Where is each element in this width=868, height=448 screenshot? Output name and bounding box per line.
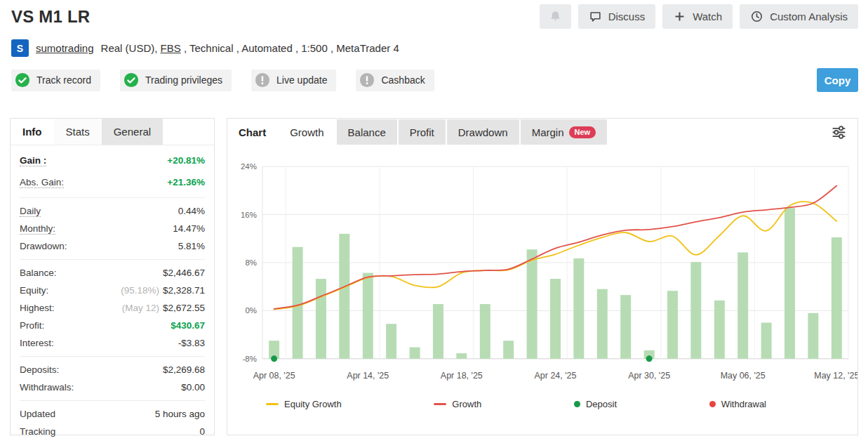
x-tick-label: May 12, '25 (814, 371, 857, 381)
status-chip-live-update: Live update (251, 70, 336, 91)
legend-swatch-withdrawal (709, 401, 716, 407)
account-meta-prefix: Real (USD), (101, 42, 161, 54)
plus-icon (673, 10, 686, 23)
info-label-gain[interactable]: Gain : (20, 155, 46, 166)
info-label-drawdown: Drawdown: (20, 241, 67, 251)
page-header: VS M1 LR Discuss Watch Custom Analysis (0, 0, 868, 92)
chart-tab-growth[interactable]: Growth (279, 119, 335, 145)
info-row-group: Deposits:$2,269.68Withdrawals:$0.00 (20, 357, 205, 401)
chart-tabs-row: ChartGrowthBalanceProfitDrawdownMarginNe… (227, 119, 857, 145)
tab-stats[interactable]: Stats (54, 119, 102, 145)
bar-apr-09 (293, 247, 303, 359)
info-value-highest: (May 12)$2,672.55 (122, 303, 205, 313)
chart-legend: Equity GrowthGrowthDepositWithdrawal (227, 388, 857, 419)
legend-item-deposit: Deposit (574, 399, 617, 409)
info-row-highest: Highest:(May 12)$2,672.55 (20, 299, 205, 317)
info-row-tracking: Tracking0 (20, 423, 205, 440)
chart-tab-label: Growth (290, 126, 323, 138)
copy-button[interactable]: Copy (817, 68, 858, 92)
x-axis-labels: Apr 08, '25Apr 14, '25Apr 18, '25Apr 24,… (253, 371, 857, 381)
chart-tab-label: Drawdown (458, 126, 508, 138)
y-tick-label: -8% (243, 355, 257, 363)
info-value-interest: -$3.83 (178, 338, 205, 348)
username-link[interactable]: sumotrading (36, 42, 94, 54)
watch-button[interactable]: Watch (662, 4, 733, 29)
info-row-group: Balance:$2,446.67Equity:(95.18%)$2,328.7… (20, 260, 205, 357)
bar-apr-24 (550, 279, 561, 359)
bar-apr-22 (503, 341, 514, 359)
info-value-balance: $2,446.67 (163, 268, 205, 278)
bar-apr-10 (316, 279, 326, 359)
account-meta: Real (USD), FBS , Technical , Automated … (101, 42, 399, 54)
info-value-daily: 0.44% (178, 206, 205, 216)
check-circle-icon (15, 72, 30, 88)
info-row-abs-gain: Abs. Gain:+21.36% (20, 171, 205, 193)
y-tick-label: 0% (245, 306, 257, 315)
speech-bubble-icon (589, 10, 602, 23)
chart-tab-label: Margin (532, 126, 564, 138)
y-axis-labels: 24%16%8%0%-8% (241, 162, 257, 363)
sliders-icon (830, 124, 848, 141)
discuss-label: Discuss (608, 11, 646, 22)
notifications-bell-button[interactable] (540, 4, 571, 29)
info-value-equity: (95.18%)$2,328.71 (121, 285, 205, 296)
legend-item-withdrawal: Withdrawal (709, 399, 766, 409)
info-row-interest: Interest:-$3.83 (20, 334, 205, 352)
info-label-tracking: Tracking (20, 426, 55, 437)
chart-tab-label: Chart (239, 126, 266, 138)
bar-apr-28 (597, 289, 608, 359)
custom-analysis-button[interactable]: Custom Analysis (740, 4, 858, 29)
status-chip-trading-privileges: Trading privileges (120, 70, 232, 91)
bar-may-08 (784, 208, 795, 359)
account-summary-row: S sumotrading Real (USD), FBS , Technica… (11, 39, 858, 57)
chart-tab-label: Profit (410, 126, 434, 138)
watch-label: Watch (693, 11, 722, 22)
info-label-deposits: Deposits: (20, 364, 59, 375)
x-tick-label: Apr 14, '25 (347, 371, 389, 381)
legend-label: Equity Growth (284, 399, 342, 409)
info-row-gain: Gain :+20.81% (20, 150, 205, 171)
info-label-monthly[interactable]: Monthly: (20, 223, 55, 235)
x-tick-label: Apr 30, '25 (628, 371, 670, 381)
y-tick-label: 24% (241, 162, 257, 171)
bar-may-12 (832, 237, 842, 359)
broker-avatar-badge: S (11, 39, 29, 57)
info-label-daily[interactable]: Daily (20, 206, 41, 217)
status-chip-label: Cashback (381, 74, 425, 86)
custom-analysis-label: Custom Analysis (770, 11, 848, 22)
info-row-group: Daily0.44%Monthly:14.47%Drawdown:5.81% (20, 198, 205, 260)
tab-general[interactable]: General (102, 119, 163, 145)
info-value-muted: (May 12) (122, 303, 159, 313)
info-row-drawdown: Drawdown:5.81% (20, 237, 205, 255)
info-value-withdrawals: $0.00 (181, 382, 205, 393)
info-row-profit: Profit:$430.67 (20, 317, 205, 334)
status-chip-cashback: Cashback (356, 70, 434, 91)
bar-apr-23 (527, 249, 538, 359)
chart-tabs: ChartGrowthBalanceProfitDrawdownMarginNe… (227, 119, 608, 145)
info-row-group: Gain :+20.81%Abs. Gain:+21.36% (20, 145, 205, 198)
info-value-deposits: $2,269.68 (163, 364, 205, 375)
legend-label: Deposit (586, 399, 617, 409)
info-label-profit: Profit: (20, 320, 44, 331)
chart-settings-button[interactable] (827, 121, 850, 144)
bar-apr-18 (456, 353, 467, 359)
y-tick-label: 16% (241, 211, 257, 219)
chart-tab-profit[interactable]: Profit (399, 119, 446, 145)
x-tick-label: May 06, '25 (721, 371, 766, 381)
bar-apr-14 (363, 273, 373, 359)
check-circle-icon (123, 72, 139, 88)
bar-apr-16 (410, 348, 420, 359)
chart-tab-balance[interactable]: Balance (337, 119, 397, 145)
chart-tab-drawdown[interactable]: Drawdown (447, 119, 519, 145)
tab-info[interactable]: Info (11, 119, 54, 145)
bar-may-07 (761, 323, 772, 359)
bar-may-05 (714, 301, 725, 359)
legend-swatch-deposit (574, 401, 580, 407)
discuss-button[interactable]: Discuss (578, 4, 656, 29)
broker-link[interactable]: FBS (161, 42, 181, 54)
info-label-abs-gain[interactable]: Abs. Gain: (20, 177, 64, 188)
info-rows: Gain :+20.81%Abs. Gain:+21.36%Daily0.44%… (11, 145, 214, 444)
bar-apr-21 (480, 304, 490, 359)
info-row-equity: Equity:(95.18%)$2,328.71 (20, 282, 205, 299)
chart-tab-margin[interactable]: MarginNew (521, 119, 607, 145)
